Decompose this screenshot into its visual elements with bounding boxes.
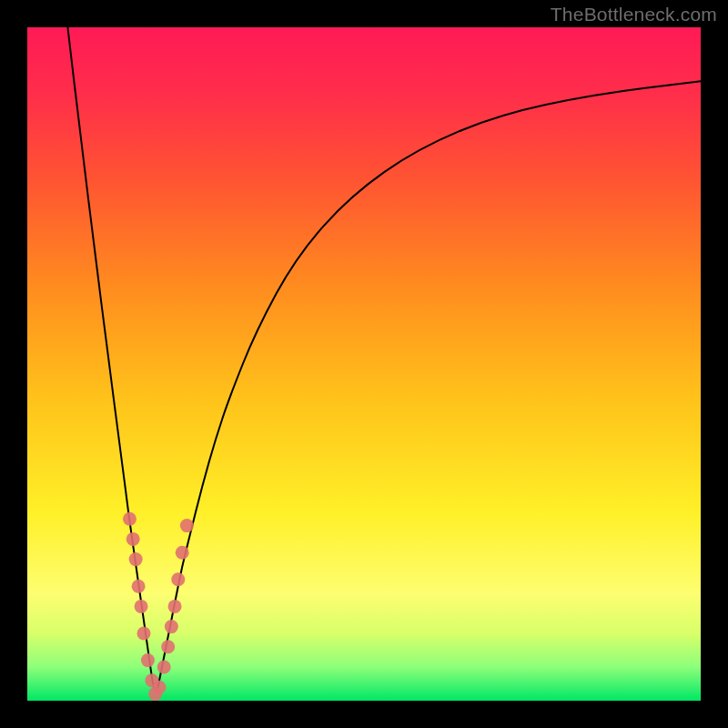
data-point	[168, 600, 182, 613]
data-point	[176, 546, 189, 560]
sample-points	[123, 512, 194, 701]
data-point	[153, 681, 167, 694]
data-point	[135, 600, 148, 613]
data-point	[132, 580, 146, 593]
plot-area	[27, 27, 701, 701]
data-point	[157, 661, 171, 674]
data-point	[165, 620, 178, 633]
data-point	[180, 519, 194, 532]
data-point	[161, 640, 175, 653]
data-point	[129, 552, 143, 566]
chart-frame: TheBottleneck.com	[0, 0, 728, 728]
bottleneck-curve	[67, 27, 701, 691]
data-point	[137, 627, 151, 641]
chart-svg	[27, 27, 701, 701]
data-point	[126, 532, 140, 546]
data-point	[123, 512, 136, 526]
data-point	[171, 572, 185, 586]
watermark-text: TheBottleneck.com	[551, 4, 717, 25]
data-point	[141, 653, 155, 667]
